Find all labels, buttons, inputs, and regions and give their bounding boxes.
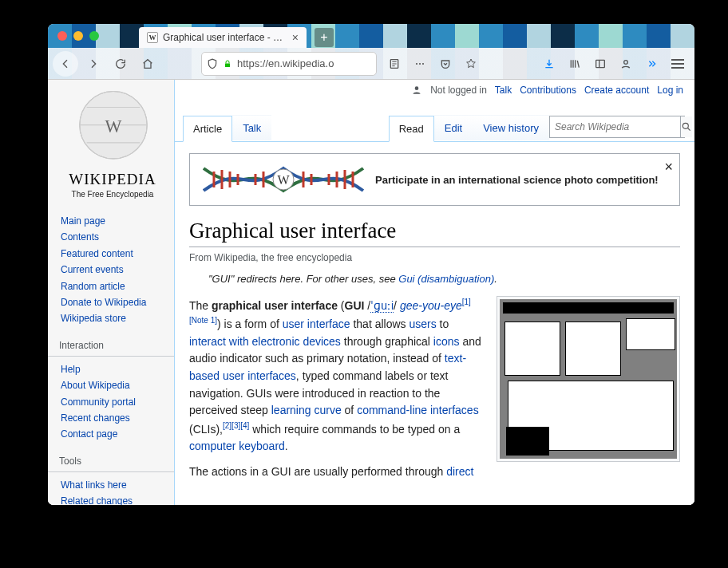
dna-icon: W [200, 162, 367, 197]
sidebar-link[interactable]: Help [61, 361, 174, 377]
close-window-button[interactable] [57, 31, 67, 41]
favicon-icon: W [147, 32, 158, 43]
sidebar-link[interactable]: About Wikipedia [61, 377, 174, 393]
browser-window: W Graphical user interface - Wiki… × + h… [48, 24, 694, 505]
sidebar-link[interactable]: Donate to Wikipedia [61, 294, 174, 310]
create-account-link[interactable]: Create account [584, 85, 649, 96]
tab-title: Graphical user interface - Wiki… [163, 32, 287, 43]
page-tabs: Article Talk Read Edit View history [175, 115, 694, 142]
page-actions-icon[interactable] [409, 53, 431, 75]
infobox-thumbnail[interactable] [497, 296, 680, 462]
minimize-window-button[interactable] [73, 31, 83, 41]
hatnote-link[interactable]: Gui (disambiguation) [398, 273, 494, 285]
search-input[interactable] [550, 121, 680, 132]
wikipedia-logo-icon[interactable]: W [65, 88, 161, 168]
svg-rect-5 [596, 60, 605, 67]
titlebar: W Graphical user interface - Wiki… × + [48, 24, 694, 48]
svg-text:W: W [277, 173, 290, 187]
sidebar-link[interactable]: What links here [61, 477, 174, 493]
back-button[interactable] [53, 51, 78, 77]
shield-icon [207, 58, 218, 69]
user-links: Not logged in Talk Contributions Create … [411, 85, 683, 96]
xerox-star-screenshot [500, 299, 677, 459]
banner-text: Participate in an international science … [375, 174, 659, 186]
close-tab-icon[interactable]: × [292, 31, 299, 44]
close-banner-icon[interactable]: × [664, 159, 673, 176]
tab-read[interactable]: Read [389, 116, 434, 142]
search-box[interactable] [549, 116, 685, 138]
bookmark-star-icon[interactable] [460, 53, 482, 75]
address-bar[interactable]: https://en.wikipedia.o [201, 52, 377, 76]
article-body: W Participate in an international scienc… [175, 142, 694, 505]
url-text: https://en.wikipedia.o [237, 57, 371, 69]
tab-talk[interactable]: Talk [232, 115, 271, 141]
forward-button[interactable] [81, 52, 105, 76]
library-icon[interactable] [564, 53, 586, 75]
account-icon[interactable] [615, 53, 637, 75]
reload-button[interactable] [109, 52, 133, 76]
sidebar-link[interactable]: Main page [61, 213, 174, 229]
lock-icon [223, 59, 232, 69]
hamburger-menu-button[interactable] [666, 52, 690, 76]
sidebar-link[interactable]: Community portal [61, 394, 174, 410]
window-controls [48, 31, 99, 41]
hatnote: "GUI" redirects here. For other uses, se… [208, 273, 680, 285]
site-notice-banner[interactable]: W Participate in an international scienc… [189, 153, 680, 206]
article-area: Not logged in Talk Contributions Create … [174, 80, 694, 505]
sidebar-link[interactable]: Contact page [61, 426, 174, 442]
sidebar-heading: Tools [59, 456, 174, 467]
pocket-icon[interactable] [434, 53, 457, 75]
tab-history[interactable]: View history [473, 115, 549, 141]
svg-point-9 [415, 86, 419, 90]
sidebar-link[interactable]: Random article [61, 278, 174, 294]
tab-article[interactable]: Article [183, 116, 232, 142]
not-logged-in-label: Not logged in [430, 85, 487, 96]
page-title: Graphical user interface [189, 219, 680, 247]
log-in-link[interactable]: Log in [657, 85, 683, 96]
svg-point-6 [624, 60, 628, 64]
second-paragraph: The actions in a GUI are usually perform… [189, 463, 680, 481]
user-icon [411, 85, 422, 96]
home-button[interactable] [136, 52, 160, 76]
overflow-icon[interactable] [640, 53, 663, 75]
sidebar-toggle-icon[interactable] [589, 53, 611, 75]
downloads-icon[interactable] [538, 53, 560, 75]
wikipedia-wordmark: WIKIPEDIA The Free Encyclopedia [61, 171, 164, 199]
wikipedia-sidebar: W WIKIPEDIA The Free Encyclopedia Main p… [48, 80, 174, 505]
svg-point-4 [422, 62, 424, 64]
svg-point-10 [682, 123, 688, 128]
sidebar-link[interactable]: Wikipedia store [61, 310, 174, 326]
contributions-link[interactable]: Contributions [520, 85, 576, 96]
browser-toolbar: https://en.wikipedia.o [48, 48, 694, 80]
sidebar-link[interactable]: Featured content [61, 246, 174, 262]
sidebar-link[interactable]: Related changes [61, 493, 174, 505]
new-tab-button[interactable]: + [315, 28, 334, 47]
search-icon[interactable] [680, 116, 692, 137]
svg-point-2 [416, 62, 417, 64]
sidebar-link[interactable]: Recent changes [61, 410, 174, 426]
sidebar-heading: Interaction [59, 340, 174, 351]
sidebar-link[interactable]: Current events [61, 262, 174, 278]
user-talk-link[interactable]: Talk [495, 85, 512, 96]
zoom-window-button[interactable] [89, 31, 99, 41]
page-content: W WIKIPEDIA The Free Encyclopedia Main p… [48, 80, 694, 505]
browser-tab[interactable]: W Graphical user interface - Wiki… × [139, 27, 307, 48]
tab-edit[interactable]: Edit [434, 115, 473, 141]
page-subtitle: From Wikipedia, the free encyclopedia [189, 252, 680, 263]
sidebar-link[interactable]: Contents [61, 229, 174, 245]
reader-mode-icon[interactable] [383, 53, 406, 75]
svg-point-3 [419, 62, 421, 64]
svg-rect-0 [225, 63, 230, 67]
svg-text:W: W [105, 116, 122, 136]
